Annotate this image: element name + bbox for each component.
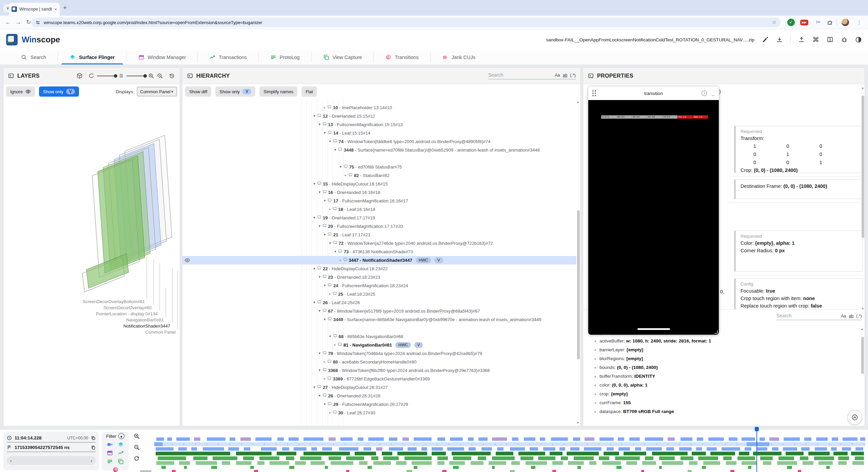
hierarchy-row[interactable]: 81 - NavigationBar0#81HWCV [182, 341, 576, 349]
trace-entry-segment[interactable] [213, 456, 237, 460]
expander-icon[interactable]: ▼ [317, 349, 322, 358]
hierarchy-row[interactable]: ▼24 - FullscreenMagnification:18:23#24 [182, 281, 576, 290]
bottom-scrollbar[interactable] [861, 337, 864, 374]
trace-entry-segment[interactable] [346, 456, 364, 460]
dark-mode-icon[interactable] [855, 36, 862, 43]
hierarchy-row[interactable]: 10 - ImePlaceholder:13:14#10 [182, 103, 576, 112]
trace-entry-segment[interactable] [577, 466, 581, 469]
report-bug-icon[interactable] [841, 36, 848, 43]
scroll-right-icon[interactable]: › [91, 458, 92, 463]
trace-entry-segment[interactable] [405, 456, 432, 460]
trace-entry-segment[interactable] [402, 437, 409, 441]
trace-entry-segment[interactable] [329, 437, 336, 441]
collapse-panel-icon[interactable] [187, 73, 193, 79]
layers-3d-canvas[interactable]: ScreenDecorOverlayBottom#61ScreenDecorOv… [3, 99, 180, 426]
timeline-canvas[interactable] [154, 432, 865, 472]
trace-entry-segment[interactable] [568, 461, 584, 465]
tab-transitions[interactable]: Transitions [374, 50, 430, 64]
expander-icon[interactable]: ▼ [317, 392, 322, 400]
property-row[interactable]: color: (0, 0, 0), alpha: 1 [583, 381, 860, 390]
trace-entry-segment[interactable] [322, 447, 332, 451]
hierarchy-row[interactable]: ▼75 - ed70f88 StatusBar#75 [182, 163, 576, 171]
spacing-icon[interactable] [119, 73, 124, 79]
new-tab-button[interactable]: + [63, 4, 67, 12]
trace-entry-segment[interactable] [389, 447, 403, 451]
trace-entry-segment[interactable] [540, 437, 546, 441]
trace-entry-segment[interactable] [511, 461, 520, 465]
rotation-slider[interactable] [97, 76, 116, 76]
trace-entry-segment[interactable] [222, 461, 230, 465]
trace-entry-segment[interactable] [331, 461, 353, 465]
trace-entry-segment[interactable] [449, 461, 465, 465]
trace-entry-segment[interactable] [530, 447, 538, 451]
trace-entry-segment[interactable] [838, 456, 849, 460]
address-bar[interactable]: winscope.teams.x20web.corp.google.com/pr… [31, 18, 781, 27]
trace-entry-segment[interactable] [739, 452, 749, 455]
trace-entry-segment[interactable] [412, 461, 432, 465]
hierarchy-row[interactable]: ▼79 - WindowToken{7046b4a type=2024 andr… [182, 349, 576, 358]
tab-view-capture[interactable]: View Capture [312, 50, 374, 64]
layer-label[interactable]: NotificationShade#3447 [123, 323, 170, 329]
hierarchy-row[interactable]: 80 - ace6abb SecondaryHomeHandle0#80 [182, 358, 576, 366]
property-row[interactable]: bufferTransform: IDENTITY [583, 372, 860, 381]
trace-entry-segment[interactable] [211, 466, 217, 469]
trace-entry-segment[interactable] [240, 437, 251, 441]
trace-entry-segment[interactable] [368, 437, 384, 441]
trace-entry-segment[interactable] [626, 461, 637, 465]
trace-entry-segment[interactable] [772, 447, 778, 451]
match-word-icon[interactable]: ab [563, 73, 567, 78]
trace-entry-segment[interactable] [815, 447, 827, 451]
expander-icon[interactable]: ▼ [328, 332, 333, 341]
trace-entry-segment[interactable] [289, 437, 298, 441]
expander-icon[interactable]: ▼ [317, 120, 322, 129]
trace-entry-segment[interactable] [833, 452, 848, 455]
tab-window-manager[interactable]: Window Manager [127, 50, 198, 64]
expander-icon[interactable]: ▼ [322, 281, 327, 290]
trace-toggle-chart[interactable] [118, 450, 124, 456]
trace-entry-segment[interactable] [518, 452, 546, 455]
tab-jank-cujs[interactable]: Jank CUJs [431, 50, 487, 64]
trace-entry-segment[interactable] [282, 447, 289, 451]
trace-entry-segment[interactable] [270, 461, 290, 465]
trace-entry-segment[interactable] [286, 456, 294, 460]
trace-entry-segment[interactable] [243, 456, 254, 460]
upload-icon[interactable] [798, 36, 805, 43]
trace-toggle-layers[interactable] [118, 441, 124, 448]
trace-entry-segment[interactable] [478, 456, 486, 460]
hierarchy-row[interactable]: ▼28 - OneHanded:26:31#28 [182, 392, 576, 400]
hierarchy-row[interactable]: ▼73 - 8736138 NotificationShade#73 [182, 248, 576, 256]
tab-transactions[interactable]: Transactions [198, 50, 258, 64]
trace-entry-segment[interactable] [277, 452, 297, 455]
trace-entry-segment[interactable] [798, 470, 801, 472]
trace-entry-segment[interactable] [447, 447, 464, 451]
show-only-v-chip[interactable]: Show only V [215, 86, 255, 97]
trace-entry-segment[interactable] [852, 461, 864, 465]
trace-entry-segment[interactable] [618, 447, 630, 451]
trace-entry-segment[interactable] [680, 437, 693, 441]
collapse-panel-icon[interactable] [588, 73, 594, 79]
scroll-to-top-button[interactable] [848, 410, 862, 425]
trace-entry-segment[interactable] [803, 461, 813, 465]
site-settings-icon[interactable] [35, 20, 40, 25]
expander-icon[interactable]: ▼ [333, 146, 338, 154]
trace-entry-segment[interactable] [228, 447, 239, 451]
3d-view-icon[interactable] [76, 73, 83, 79]
copy-icon[interactable] [91, 436, 96, 440]
layer-label[interactable]: Common Panel [145, 330, 176, 335]
trace-entry-segment[interactable] [832, 437, 838, 441]
trace-entry-segment[interactable] [784, 437, 800, 441]
expander-icon[interactable]: ▼ [333, 248, 338, 256]
expander-icon[interactable]: ▼ [317, 366, 322, 375]
trace-entry-segment[interactable] [259, 456, 279, 460]
trace-entry-segment[interactable] [524, 437, 535, 441]
trace-entry-segment[interactable] [196, 461, 217, 465]
expander-icon[interactable]: ▼ [322, 197, 327, 205]
zoom-out-icon[interactable] [157, 73, 163, 79]
layer-label[interactable]: ScreenDecorOverlayBottom#61 [82, 299, 145, 304]
trace-entry-segment[interactable] [471, 461, 484, 465]
extension-check-icon[interactable]: ✓ [787, 19, 795, 26]
property-row[interactable]: activeBuffer: w: 1080, h: 2400, stride: … [583, 337, 860, 346]
trace-entry-segment[interactable] [156, 437, 164, 441]
trace-entry-segment[interactable] [742, 461, 757, 465]
trace-entry-segment[interactable] [355, 452, 376, 455]
